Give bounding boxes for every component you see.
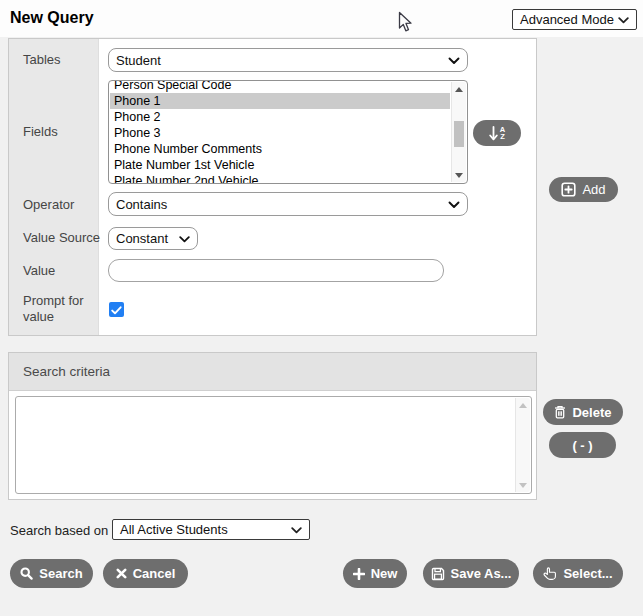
prompt-checkbox[interactable] <box>109 302 124 317</box>
list-item-selected[interactable]: Phone 1 <box>110 93 450 109</box>
trash-icon <box>554 405 566 419</box>
sort-az-button[interactable]: A Z <box>473 120 521 146</box>
minus-button-label: ( - ) <box>572 438 592 453</box>
search-criteria-panel: Search criteria <box>8 352 537 500</box>
list-item[interactable]: Phone 2 <box>110 109 450 125</box>
search-based-on-select[interactable]: All Active Students <box>112 519 310 540</box>
chevron-down-icon <box>448 197 460 212</box>
search-button[interactable]: Search <box>10 559 93 588</box>
select-button[interactable]: Select... <box>533 559 623 588</box>
search-criteria-box[interactable] <box>15 396 532 494</box>
fields-label: Fields <box>23 124 58 140</box>
fields-scrollbar[interactable] <box>451 82 466 182</box>
remove-parentheses-button[interactable]: ( - ) <box>549 432 616 458</box>
search-based-on-value: All Active Students <box>120 522 228 537</box>
sort-arrow-icon <box>489 126 498 141</box>
checkmark-icon <box>111 301 122 319</box>
tables-label: Tables <box>23 52 61 68</box>
value-source-select-value: Constant <box>116 231 168 246</box>
page-title: New Query <box>10 9 94 27</box>
search-criteria-header: Search criteria <box>9 353 536 391</box>
value-source-label: Value Source <box>23 230 100 246</box>
save-as-button-label: Save As... <box>451 566 512 581</box>
save-icon <box>431 567 445 581</box>
list-item[interactable]: Phone Number Comments <box>110 141 450 157</box>
save-as-button[interactable]: Save As... <box>423 559 519 588</box>
criteria-scrollbar[interactable] <box>515 398 530 492</box>
delete-button[interactable]: Delete <box>543 399 623 425</box>
close-icon <box>116 568 127 579</box>
operator-select-value: Contains <box>116 197 167 212</box>
scroll-up-icon[interactable] <box>452 82 466 96</box>
new-button[interactable]: New <box>343 559 407 588</box>
fields-list: Person Special Code Phone 1 Phone 2 Phon… <box>110 80 450 184</box>
plus-icon <box>353 568 365 580</box>
search-criteria-title: Search criteria <box>23 364 110 379</box>
value-label: Value <box>23 263 55 279</box>
search-button-label: Search <box>39 566 82 581</box>
add-button-label: Add <box>582 182 605 197</box>
advanced-mode-select[interactable]: Advanced Mode <box>512 9 637 30</box>
list-item[interactable]: Person Special Code <box>110 80 450 93</box>
chevron-down-icon <box>448 53 460 68</box>
tables-select[interactable]: Student <box>108 48 468 72</box>
search-based-on-label: Search based on <box>10 523 108 539</box>
value-input[interactable] <box>108 259 444 282</box>
hand-pointer-icon <box>543 566 557 581</box>
chevron-down-icon <box>618 12 629 27</box>
query-form-panel: Tables Student Fields Person Special Cod… <box>8 38 537 336</box>
operator-select[interactable]: Contains <box>108 192 468 216</box>
scroll-up-icon[interactable] <box>516 398 530 412</box>
scroll-down-icon[interactable] <box>516 478 530 492</box>
prompt-for-value-label: Prompt for value <box>23 293 87 325</box>
new-query-screen: New Query Advanced Mode Tables Student F… <box>0 0 643 616</box>
sort-az-icon: A Z <box>500 126 505 140</box>
value-source-select[interactable]: Constant <box>108 227 198 250</box>
chevron-down-icon <box>179 231 190 246</box>
cancel-button-label: Cancel <box>133 566 176 581</box>
search-icon <box>20 567 33 580</box>
list-item[interactable]: Phone 3 <box>110 125 450 141</box>
new-button-label: New <box>371 566 398 581</box>
operator-label: Operator <box>23 197 74 213</box>
list-item[interactable]: Plate Number 1st Vehicle <box>110 157 450 173</box>
advanced-mode-value: Advanced Mode <box>520 12 614 27</box>
add-button[interactable]: Add <box>549 177 618 202</box>
select-button-label: Select... <box>563 566 612 581</box>
delete-button-label: Delete <box>572 405 611 420</box>
cancel-button[interactable]: Cancel <box>103 559 188 588</box>
list-item[interactable]: Plate Number 2nd Vehicle <box>110 173 450 184</box>
chevron-down-icon <box>291 522 302 537</box>
scrollbar-thumb[interactable] <box>454 121 464 147</box>
scroll-down-icon[interactable] <box>452 168 466 182</box>
label-column <box>9 39 99 335</box>
plus-square-icon <box>561 182 576 197</box>
fields-listbox[interactable]: Person Special Code Phone 1 Phone 2 Phon… <box>108 80 468 184</box>
tables-select-value: Student <box>116 53 161 68</box>
